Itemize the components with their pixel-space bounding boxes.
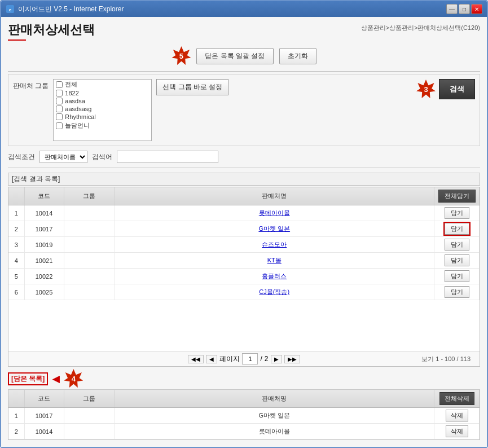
closed-list-label: [담은 목록] bbox=[8, 372, 48, 385]
checkbox-1822-label: 1822 bbox=[65, 90, 78, 96]
vendor-group-panel: 판매처 그룹 전체 1822 aasdsa aasdsasg bbox=[8, 74, 480, 146]
checkbox-1822-input[interactable] bbox=[56, 90, 63, 96]
closed-col-code: 코드 bbox=[24, 390, 64, 408]
page-title-block: 판매처상세선택 bbox=[8, 21, 95, 41]
close-button-2[interactable]: 담기 bbox=[445, 223, 469, 235]
closed-list-table: 코드 그룹 판매처명 전체삭제 1 10017 bbox=[8, 390, 480, 440]
checkbox-item-noldam[interactable]: 놀담언니 bbox=[54, 121, 151, 130]
row2-code: 10017 bbox=[24, 221, 64, 237]
checkbox-rhythmical-label: Rhythmical bbox=[65, 113, 95, 120]
row1-num: 1 bbox=[8, 205, 24, 221]
row5-name[interactable]: 홈플러스 bbox=[115, 269, 434, 284]
closed-col-name: 판매처명 bbox=[115, 390, 434, 408]
row4-code: 10021 bbox=[24, 253, 64, 269]
closed-row2-name: 롯데아이몰 bbox=[115, 424, 434, 440]
closed-list-table-wrapper: 코드 그룹 판매처명 전체삭제 1 10017 bbox=[8, 389, 480, 440]
search-condition-select[interactable]: 판매처이름 코드 그룹 bbox=[39, 151, 87, 163]
title-bar-controls: — □ ✕ bbox=[446, 4, 482, 14]
first-page-button[interactable]: ◀◀ bbox=[188, 355, 204, 363]
checkbox-noldam-input[interactable] bbox=[56, 122, 63, 129]
close-button[interactable]: ✕ bbox=[471, 4, 482, 14]
checkbox-item-rhythmical[interactable]: Rhythmical bbox=[54, 113, 151, 121]
close-button-5[interactable]: 담기 bbox=[445, 270, 469, 282]
delete-all-button[interactable]: 전체삭제 bbox=[439, 392, 474, 405]
closed-row1-action: 삭제 bbox=[434, 408, 480, 424]
table-row: 1 10014 롯데아이몰 담기 bbox=[8, 205, 480, 221]
pagination-row: ◀◀ ◀ 페이지 / 2 ▶ ▶▶ 보기 1 - 100 / 113 bbox=[8, 351, 480, 366]
checkbox-item-1822[interactable]: 1822 bbox=[54, 89, 151, 97]
delete-button-1[interactable]: 삭제 bbox=[446, 410, 468, 421]
title-bar-left: e 이지어드민 V2.5 - Internet Explorer bbox=[6, 5, 124, 14]
batch-set-button[interactable]: 담은 목록 일괄 설정 bbox=[196, 48, 273, 64]
search-results-section: [검색 결과 목록] 코드 그룹 판매처명 전체담기 bbox=[8, 170, 480, 367]
row1-name[interactable]: 롯데아이몰 bbox=[115, 205, 434, 221]
next-page-button[interactable]: ▶ bbox=[271, 355, 282, 363]
closed-row2-group bbox=[64, 424, 115, 440]
row2-name[interactable]: G마켓 일본 bbox=[115, 221, 434, 237]
checkbox-item-aasdsa[interactable]: aasdsa bbox=[54, 97, 151, 105]
reset-button[interactable]: 초기화 bbox=[279, 48, 316, 64]
delete-button-2[interactable]: 삭제 bbox=[446, 425, 468, 437]
closed-col-num bbox=[8, 390, 24, 408]
search-results-thead: 코드 그룹 판매처명 전체담기 bbox=[8, 187, 480, 205]
window-title: 이지어드민 V2.5 - Internet Explorer bbox=[18, 5, 124, 14]
restore-button[interactable]: □ bbox=[459, 4, 470, 14]
checkbox-all[interactable]: 전체 bbox=[54, 80, 151, 89]
closed-row1-name: G마켓 일본 bbox=[115, 408, 434, 424]
closed-row1-num: 1 bbox=[8, 408, 24, 424]
toolbar: 5 담은 목록 일괄 설정 초기화 bbox=[8, 46, 480, 65]
page-separator: / bbox=[260, 355, 262, 363]
col-group: 그룹 bbox=[64, 187, 115, 205]
closed-row2-action: 삭제 bbox=[434, 424, 480, 440]
row6-code: 10025 bbox=[24, 284, 64, 300]
last-page-button[interactable]: ▶▶ bbox=[284, 355, 300, 363]
close-all-button[interactable]: 전체담기 bbox=[438, 190, 476, 203]
table-row: 3 10019 슈즈모아 담기 bbox=[8, 237, 480, 253]
checkbox-aasdsa-input[interactable] bbox=[56, 98, 63, 104]
checkbox-all-input[interactable] bbox=[56, 81, 63, 88]
row3-name[interactable]: 슈즈모아 bbox=[115, 237, 434, 253]
search-results-body-table: 1 10014 롯데아이몰 담기 2 10017 bbox=[8, 205, 480, 300]
col-num bbox=[8, 187, 24, 205]
closed-section: [담은 목록] ◀ 4 코드 그룹 판매처명 bbox=[8, 369, 480, 440]
closed-col-group: 그룹 bbox=[64, 390, 115, 408]
page-number-input[interactable] bbox=[242, 353, 258, 364]
row1-group bbox=[64, 205, 115, 221]
closed-header: [담은 목록] ◀ 4 bbox=[8, 369, 480, 388]
search-input[interactable] bbox=[117, 151, 218, 163]
vendor-group-list[interactable]: 전체 1822 aasdsa aasdsasg Rhythmical bbox=[53, 79, 152, 141]
search-keyword-label: 검색어 bbox=[92, 152, 112, 162]
row1-action: 담기 bbox=[434, 205, 480, 221]
minimize-button[interactable]: — bbox=[446, 4, 458, 14]
search-button[interactable]: 검색 bbox=[439, 79, 475, 99]
pagination: ◀◀ ◀ 페이지 / 2 ▶ ▶▶ bbox=[13, 353, 475, 364]
table-row: 2 10017 G마켓 일본 담기 bbox=[8, 221, 480, 237]
row4-name[interactable]: KT몰 bbox=[115, 253, 434, 269]
row3-num: 3 bbox=[8, 237, 24, 253]
search-block: 3 검색 bbox=[416, 79, 475, 99]
row6-name[interactable]: CJ몰(직송) bbox=[115, 284, 434, 300]
close-button-3[interactable]: 담기 bbox=[445, 239, 469, 251]
checkbox-aasdsasg-input[interactable] bbox=[56, 106, 63, 112]
close-button-4[interactable]: 담기 bbox=[445, 254, 469, 266]
section-divider bbox=[8, 168, 480, 168]
search-results-label: [검색 결과 목록] bbox=[8, 173, 480, 186]
closed-row1-group bbox=[64, 408, 115, 424]
col-code: 코드 bbox=[24, 187, 64, 205]
vendor-group-label: 판매처 그룹 bbox=[13, 79, 49, 91]
breadcrumb: 상품관리>상품관리>판매처상세선택(C120) bbox=[361, 24, 480, 32]
content-area: 판매처상세선택 상품관리>상품관리>판매처상세선택(C120) 5 담은 목록 … bbox=[1, 17, 487, 447]
checkbox-item-aasdsasg[interactable]: aasdsasg bbox=[54, 105, 151, 113]
row2-action: 담기 bbox=[434, 221, 480, 237]
close-button-1[interactable]: 담기 bbox=[445, 207, 469, 219]
close-button-6[interactable]: 담기 bbox=[445, 286, 469, 298]
checkbox-rhythmical-input[interactable] bbox=[56, 113, 63, 120]
prev-page-button[interactable]: ◀ bbox=[206, 355, 217, 363]
checkbox-noldam-label: 놀담언니 bbox=[65, 121, 90, 130]
row4-action: 담기 bbox=[434, 253, 480, 269]
search-results-scroll[interactable]: 1 10014 롯데아이몰 담기 2 10017 bbox=[8, 205, 480, 351]
group-set-button[interactable]: 선택 그룹 바로 설정 bbox=[156, 79, 228, 95]
checkbox-aasdsa-label: aasdsa bbox=[65, 98, 85, 104]
col-name: 판매처명 bbox=[115, 187, 434, 205]
closed-list-thead: 코드 그룹 판매처명 전체삭제 bbox=[8, 390, 480, 408]
